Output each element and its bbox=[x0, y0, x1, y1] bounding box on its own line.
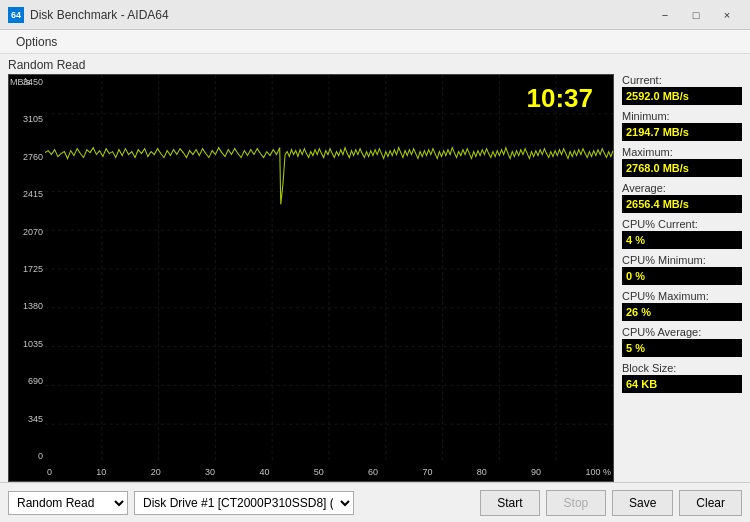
cpu-minimum-value: 0 % bbox=[622, 267, 742, 285]
y-label-1035: 1035 bbox=[11, 339, 43, 349]
y-label-345: 345 bbox=[11, 414, 43, 424]
cpu-minimum-label: CPU% Minimum: bbox=[622, 254, 742, 266]
x-label-40: 40 bbox=[259, 467, 269, 477]
average-label: Average: bbox=[622, 182, 742, 194]
average-value: 2656.4 MB/s bbox=[622, 195, 742, 213]
x-label-90: 90 bbox=[531, 467, 541, 477]
read-type-select[interactable]: Random Read Sequential Read Sequential W… bbox=[8, 491, 128, 515]
y-label-2415: 2415 bbox=[11, 189, 43, 199]
x-label-60: 60 bbox=[368, 467, 378, 477]
window-title: Disk Benchmark - AIDA64 bbox=[30, 8, 169, 22]
x-label-0: 0 bbox=[47, 467, 52, 477]
cpu-average-label: CPU% Average: bbox=[622, 326, 742, 338]
x-label-80: 80 bbox=[477, 467, 487, 477]
cpu-average-value: 5 % bbox=[622, 339, 742, 357]
y-label-2760: 2760 bbox=[11, 152, 43, 162]
y-label-1725: 1725 bbox=[11, 264, 43, 274]
y-label-690: 690 bbox=[11, 376, 43, 386]
title-bar: 64 Disk Benchmark - AIDA64 − □ × bbox=[0, 0, 750, 30]
save-button[interactable]: Save bbox=[612, 490, 673, 516]
x-label-70: 70 bbox=[422, 467, 432, 477]
app-icon: 64 bbox=[8, 7, 24, 23]
chart-area: MB/s 10:37 3450 3105 2760 2415 2070 1725… bbox=[8, 74, 614, 482]
close-button[interactable]: × bbox=[712, 5, 742, 25]
x-label-20: 20 bbox=[151, 467, 161, 477]
y-label-0: 0 bbox=[11, 451, 43, 461]
minimum-label: Minimum: bbox=[622, 110, 742, 122]
cpu-current-value: 4 % bbox=[622, 231, 742, 249]
cpu-current-label: CPU% Current: bbox=[622, 218, 742, 230]
y-label-2070: 2070 bbox=[11, 227, 43, 237]
x-label-100: 100 % bbox=[585, 467, 611, 477]
x-label-30: 30 bbox=[205, 467, 215, 477]
footer-bar: Random Read Sequential Read Sequential W… bbox=[0, 482, 750, 522]
minimize-button[interactable]: − bbox=[650, 5, 680, 25]
start-button[interactable]: Start bbox=[480, 490, 540, 516]
maximum-value: 2768.0 MB/s bbox=[622, 159, 742, 177]
maximize-button[interactable]: □ bbox=[681, 5, 711, 25]
maximum-label: Maximum: bbox=[622, 146, 742, 158]
clear-button[interactable]: Clear bbox=[679, 490, 742, 516]
block-size-label: Block Size: bbox=[622, 362, 742, 374]
stop-button[interactable]: Stop bbox=[546, 490, 606, 516]
cpu-maximum-value: 26 % bbox=[622, 303, 742, 321]
y-label-1380: 1380 bbox=[11, 301, 43, 311]
options-menu[interactable]: Options bbox=[8, 33, 65, 51]
minimum-value: 2194.7 MB/s bbox=[622, 123, 742, 141]
block-size-value: 64 KB bbox=[622, 375, 742, 393]
cpu-maximum-label: CPU% Maximum: bbox=[622, 290, 742, 302]
current-label: Current: bbox=[622, 74, 742, 86]
x-label-10: 10 bbox=[96, 467, 106, 477]
y-label-3450: 3450 bbox=[11, 77, 43, 87]
y-label-3105: 3105 bbox=[11, 114, 43, 124]
stats-panel: Current: 2592.0 MB/s Minimum: 2194.7 MB/… bbox=[622, 74, 742, 482]
x-label-50: 50 bbox=[314, 467, 324, 477]
disk-select[interactable]: Disk Drive #1 [CT2000P310SSD8] (1863.0 G… bbox=[134, 491, 354, 515]
menu-bar: Options bbox=[0, 30, 750, 54]
current-value: 2592.0 MB/s bbox=[622, 87, 742, 105]
chart-svg bbox=[45, 75, 613, 463]
chart-title: Random Read bbox=[8, 58, 85, 72]
